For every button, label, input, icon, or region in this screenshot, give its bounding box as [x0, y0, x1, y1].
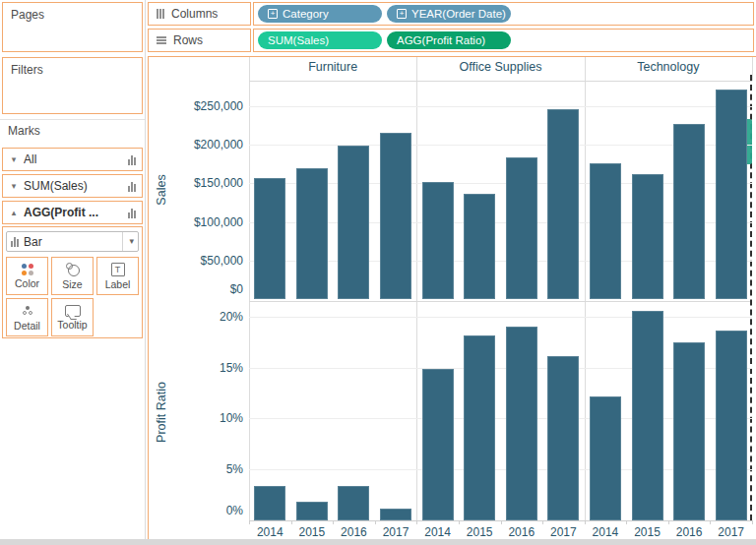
filters-shelf[interactable]: Filters	[2, 57, 143, 114]
bar-furniture-2014[interactable]	[254, 178, 285, 299]
size-button[interactable]: Size	[51, 257, 94, 295]
x-axis-year-label[interactable]: 2016	[668, 525, 710, 539]
x-axis-year-label[interactable]: 2015	[627, 525, 668, 539]
chevron-down-icon[interactable]: ▾	[9, 154, 19, 164]
pill-sum-sales[interactable]: SUM(Sales)	[258, 31, 382, 49]
bar-office-supplies-2015[interactable]	[464, 335, 495, 520]
marks-card-all[interactable]: ▾ All	[2, 148, 143, 171]
bar-chart-icon	[128, 208, 136, 218]
bar-office-supplies-2017[interactable]	[547, 356, 579, 520]
pages-shelf[interactable]: Pages	[2, 2, 143, 52]
bar-furniture-2016[interactable]	[338, 146, 369, 299]
bar-office-supplies-2016[interactable]	[506, 157, 537, 299]
bar-technology-2014[interactable]	[590, 163, 621, 299]
x-axis-year-label[interactable]: 2017	[542, 525, 584, 539]
bar-furniture-2017[interactable]	[380, 133, 411, 299]
bar-office-supplies-2014[interactable]	[422, 369, 454, 520]
rows-shelf-icon	[157, 36, 166, 44]
marks-panel-title: Marks	[8, 124, 40, 138]
dropdown-caret-icon[interactable]: ▾	[122, 232, 134, 251]
pill-year-order-date[interactable]: + YEAR(Order Date)	[387, 5, 511, 23]
category-header[interactable]: Office Supplies	[416, 60, 584, 80]
bar-technology-2017[interactable]	[716, 331, 747, 520]
bar-mark-type-icon	[11, 236, 19, 247]
bar-technology-2017[interactable]	[716, 90, 747, 299]
x-axis-tick-mark	[416, 520, 417, 524]
y-axis-tick-label: 5%	[149, 462, 243, 476]
pill-agg-profit-ratio-label: AGG(Profit Ratio)	[397, 34, 485, 46]
marks-card-all-label: All	[24, 152, 123, 166]
filters-shelf-label: Filters	[11, 63, 43, 77]
label-button-label: Label	[105, 278, 131, 290]
x-axis-tick-mark	[333, 520, 334, 524]
bar-furniture-2015[interactable]	[296, 168, 328, 299]
color-button[interactable]: Color	[6, 257, 48, 295]
tableau-window: Pages Filters Marks ▾ All ▾ SUM(Sales) ▴…	[0, 0, 756, 545]
size-button-label: Size	[62, 278, 82, 290]
bar-furniture-2016[interactable]	[338, 486, 369, 520]
x-axis-year-label[interactable]: 2017	[375, 525, 416, 539]
gridline	[249, 106, 752, 107]
label-button[interactable]: T Label	[96, 257, 139, 295]
mark-type-value: Bar	[24, 235, 42, 249]
bar-furniture-2015[interactable]	[296, 502, 328, 520]
y-axis-tick-label: $0	[149, 282, 243, 296]
x-axis-tick-mark	[459, 520, 460, 524]
gridline	[249, 317, 752, 318]
marks-card-sum-sales[interactable]: ▾ SUM(Sales)	[2, 174, 143, 198]
x-axis-year-label[interactable]: 2014	[249, 525, 290, 539]
detail-button[interactable]: Detail	[6, 298, 48, 336]
bar-office-supplies-2016[interactable]	[506, 327, 537, 520]
x-axis-year-label[interactable]: 2014	[417, 525, 459, 539]
pill-category-label: Category	[283, 8, 329, 20]
bar-office-supplies-2014[interactable]	[422, 182, 454, 299]
rows-shelf-label: Rows	[173, 33, 203, 47]
bar-furniture-2014[interactable]	[254, 486, 285, 520]
x-axis-tick-mark	[375, 520, 376, 524]
bar-technology-2015[interactable]	[632, 311, 663, 520]
panel-divider	[585, 57, 586, 520]
color-palette-icon	[22, 264, 33, 275]
bar-technology-2016[interactable]	[673, 342, 705, 520]
category-header[interactable]: Technology	[585, 60, 752, 80]
panel-divider	[416, 57, 417, 520]
rows-shelf-label-box: Rows	[148, 29, 251, 52]
bar-technology-2015[interactable]	[632, 174, 663, 299]
y-axis-tick-label: 15%	[149, 361, 243, 375]
y-axis-tick-label: $150,000	[149, 176, 243, 190]
x-axis-year-label[interactable]: 2015	[459, 525, 500, 539]
pill-category[interactable]: + Category	[258, 5, 382, 23]
bar-office-supplies-2017[interactable]	[547, 109, 579, 299]
bar-technology-2014[interactable]	[590, 396, 621, 520]
detail-button-label: Detail	[14, 320, 40, 332]
pill-agg-profit-ratio[interactable]: AGG(Profit Ratio)	[387, 31, 511, 49]
x-axis-year-label[interactable]: 2017	[711, 525, 752, 539]
marks-card-agg-profit-label: AGG(Profit ...	[24, 206, 123, 219]
category-header[interactable]: Furniture	[249, 60, 416, 80]
bar-chart-icon	[128, 181, 136, 192]
x-axis-tick-mark	[752, 520, 753, 524]
expand-plus-icon[interactable]: +	[397, 9, 407, 19]
window-bottom-strip	[0, 539, 756, 545]
mark-type-dropdown[interactable]: Bar ▾	[6, 231, 139, 252]
x-axis-year-label[interactable]: 2014	[585, 525, 626, 539]
x-axis-year-label[interactable]: 2016	[333, 525, 374, 539]
x-axis-tick-mark	[291, 520, 292, 524]
bar-technology-2016[interactable]	[673, 124, 705, 299]
columns-shelf[interactable]: + Category + YEAR(Order Date)	[253, 2, 754, 26]
color-button-label: Color	[15, 277, 39, 289]
pages-shelf-label: Pages	[11, 8, 44, 22]
header-underline	[249, 81, 752, 82]
x-axis-year-label[interactable]: 2016	[501, 525, 542, 539]
tooltip-button[interactable]: Tooltip	[51, 298, 94, 336]
marks-card-sum-sales-label: SUM(Sales)	[24, 179, 123, 193]
rows-shelf[interactable]: SUM(Sales) AGG(Profit Ratio)	[253, 29, 754, 52]
bar-chart-icon	[128, 154, 136, 165]
chevron-down-icon[interactable]: ▾	[9, 181, 19, 191]
bar-office-supplies-2015[interactable]	[464, 194, 495, 299]
chevron-up-icon[interactable]: ▴	[9, 208, 19, 217]
x-axis-year-label[interactable]: 2015	[291, 525, 333, 539]
bar-furniture-2017[interactable]	[380, 509, 411, 520]
expand-plus-icon[interactable]: +	[268, 9, 278, 19]
marks-card-agg-profit[interactable]: ▴ AGG(Profit ...	[2, 201, 143, 224]
